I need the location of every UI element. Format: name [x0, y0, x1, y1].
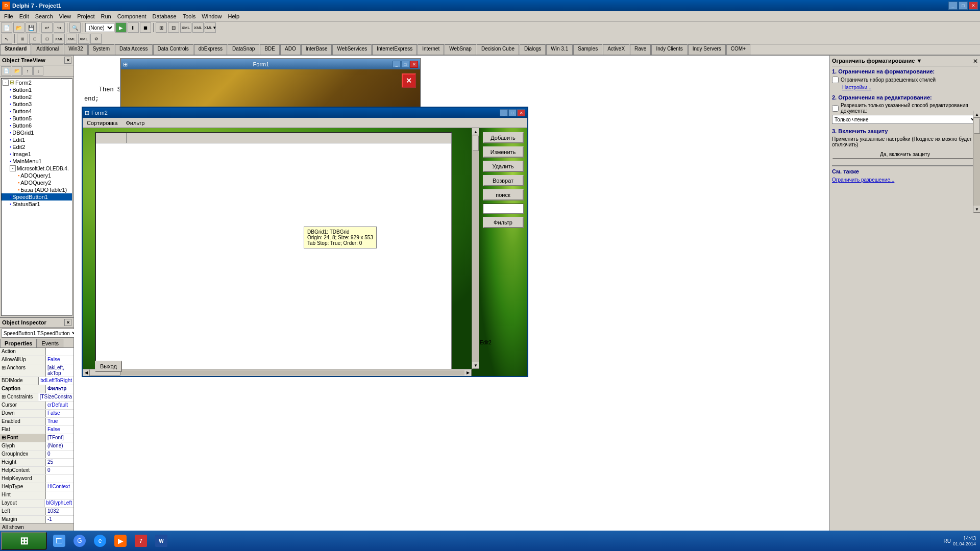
right-scroll-up[interactable]: ▲	[973, 111, 980, 118]
form2-minimize[interactable]: _	[500, 109, 508, 116]
taskbar-icon-chrome[interactable]: G	[69, 532, 90, 550]
tab-activex[interactable]: ActiveX	[603, 44, 629, 55]
tab-dbexpress[interactable]: dbExpress	[194, 44, 227, 55]
filter-button[interactable]: Фильтр	[483, 217, 524, 228]
tab-bde[interactable]: BDE	[260, 44, 280, 55]
form2-menu-filter[interactable]: Фильтр	[121, 119, 149, 127]
toolbar-comp3[interactable]: ⊟	[41, 34, 53, 44]
menu-component[interactable]: Component	[114, 13, 150, 20]
list-item[interactable]: ▪ Button4	[2, 108, 72, 115]
edit-mode-select[interactable]: Только чтение	[832, 115, 978, 124]
tree-tool-new[interactable]: 📄	[1, 66, 11, 76]
tab-system[interactable]: System	[88, 44, 114, 55]
tab-internetexpress[interactable]: InternetExpress	[372, 44, 417, 55]
list-item[interactable]: ▪ Edit2	[2, 143, 72, 151]
form2-menu-sort[interactable]: Сортировка	[83, 119, 121, 127]
tree-item-form2[interactable]: - ⊞ Form2	[2, 79, 72, 86]
list-item[interactable]: ▪ Button6	[2, 122, 72, 129]
inspector-tab-properties[interactable]: Properties	[0, 339, 37, 347]
menu-view[interactable]: View	[56, 13, 75, 20]
taskbar-icon-word[interactable]: W	[151, 532, 172, 550]
form2-maximize[interactable]: □	[508, 109, 517, 116]
edit-button[interactable]: Изменить	[483, 146, 524, 158]
enable-protection-button[interactable]: Да, включить защиту	[832, 149, 978, 159]
toolbar-btn1[interactable]: ↩	[41, 22, 53, 33]
tree-tool-down[interactable]: ↓	[33, 66, 43, 76]
toolbar-btn2[interactable]: ↪	[54, 22, 65, 33]
toolbar-comp7[interactable]: ⚙	[90, 34, 102, 44]
restrict-permissions-link[interactable]: Ограничить разрешение...	[832, 177, 894, 183]
scrollbar-down-btn[interactable]: ▼	[472, 362, 479, 369]
list-item[interactable]: ▪ Button1	[2, 86, 72, 93]
form2-scrollbar-h[interactable]: ◀ ▶	[83, 369, 472, 376]
list-item[interactable]: ▪ Image1	[2, 151, 72, 158]
toolbar-btn3[interactable]: 🔍	[69, 22, 81, 33]
menu-tools[interactable]: Tools	[180, 13, 199, 20]
taskbar-icon-ie[interactable]: e	[90, 532, 110, 550]
tab-additional[interactable]: Additional	[32, 44, 63, 55]
tab-indy-clients[interactable]: Indy Clients	[651, 44, 687, 55]
tab-data-controls[interactable]: Data Controls	[153, 44, 193, 55]
tab-data-access[interactable]: Data Access	[115, 44, 153, 55]
toolbar-comp5[interactable]: XML	[66, 34, 77, 44]
toolbar-comp2[interactable]: ⊡	[29, 34, 40, 44]
tab-interbase[interactable]: InterBase	[301, 44, 332, 55]
tab-decisioncube[interactable]: Decision Cube	[477, 44, 519, 55]
tab-standard[interactable]: Standard	[0, 44, 31, 55]
tree-tool-up[interactable]: ↑	[22, 66, 33, 76]
tab-win31[interactable]: Win 3.1	[546, 44, 573, 55]
form1-inner-close[interactable]: ✕	[402, 73, 416, 88]
toolbar-comp6[interactable]: XML	[78, 34, 89, 44]
list-item[interactable]: ▪ ADOQuery2	[2, 179, 72, 186]
toolbar-run[interactable]: ▶	[115, 22, 127, 33]
return-button[interactable]: Возврат	[483, 175, 524, 186]
tab-datasnap[interactable]: DataSnap	[228, 44, 259, 55]
list-item[interactable]: ▪ StatusBar1	[2, 201, 72, 208]
menu-window[interactable]: Window	[199, 13, 225, 20]
list-item[interactable]: ▪ База (ADOTable1)	[2, 186, 72, 193]
toolbar-comp4[interactable]: XML	[54, 34, 65, 44]
right-scroll-down[interactable]: ▼	[973, 206, 980, 213]
start-button[interactable]: ⊞	[1, 532, 47, 550]
scrollbar-up-btn[interactable]: ▲	[472, 128, 479, 135]
menu-edit[interactable]: Edit	[16, 13, 32, 20]
toolbar-pause[interactable]: ⏸	[128, 22, 139, 33]
menu-help[interactable]: Help	[225, 13, 242, 20]
search-input[interactable]	[483, 204, 524, 214]
list-item[interactable]: ▪ ADOQuery1	[2, 172, 72, 179]
add-button[interactable]: Добавить	[483, 132, 524, 143]
component-combo[interactable]: (None)	[85, 23, 114, 32]
right-panel-close[interactable]: ✕	[973, 58, 978, 65]
toolbar-grid[interactable]: ⊟	[168, 22, 179, 33]
tab-websnap[interactable]: WebSnap	[445, 44, 476, 55]
list-item[interactable]: - MicrosoftJet.OLEDB.4.	[2, 165, 72, 172]
list-item[interactable]: ▪ MainMenu1	[2, 158, 72, 165]
list-item[interactable]: ▪ SpeedButton1	[2, 193, 72, 201]
taskbar-icon-media[interactable]: ▶	[110, 532, 131, 550]
toolbar-new[interactable]: 📄	[1, 22, 12, 33]
tab-rave[interactable]: Rave	[630, 44, 651, 55]
form2-close[interactable]: ✕	[517, 109, 525, 116]
right-scrollbar-v[interactable]: ▲ ▼	[973, 111, 980, 213]
form2-scrollbar-v[interactable]: ▲ ▼	[472, 128, 479, 369]
edit-restrict-checkbox[interactable]	[832, 105, 839, 112]
scrollbar-right-btn[interactable]: ▶	[464, 369, 472, 377]
tab-com[interactable]: COM+	[726, 44, 750, 55]
toolbar-stop[interactable]: ⏹	[140, 22, 151, 33]
menu-search[interactable]: Search	[32, 13, 56, 20]
tab-win32[interactable]: Win32	[64, 44, 87, 55]
tab-dialogs[interactable]: Dialogs	[520, 44, 546, 55]
close-button[interactable]: ✕	[969, 2, 978, 10]
inspector-close[interactable]: ✕	[64, 319, 71, 326]
format-restrict-checkbox[interactable]	[832, 77, 839, 83]
toolbar-comp1[interactable]: ⊞	[17, 34, 28, 44]
list-item[interactable]: ▪ Button3	[2, 101, 72, 108]
tab-ado[interactable]: ADO	[280, 44, 301, 55]
menu-project[interactable]: Project	[74, 13, 97, 20]
menu-file[interactable]: File	[1, 13, 16, 20]
inspector-tab-events[interactable]: Events	[37, 339, 63, 347]
dbgrid1[interactable]	[95, 132, 452, 376]
minimize-button[interactable]: _	[948, 2, 958, 10]
tab-indy-servers[interactable]: Indy Servers	[688, 44, 726, 55]
search-button[interactable]: поиск	[483, 189, 524, 201]
